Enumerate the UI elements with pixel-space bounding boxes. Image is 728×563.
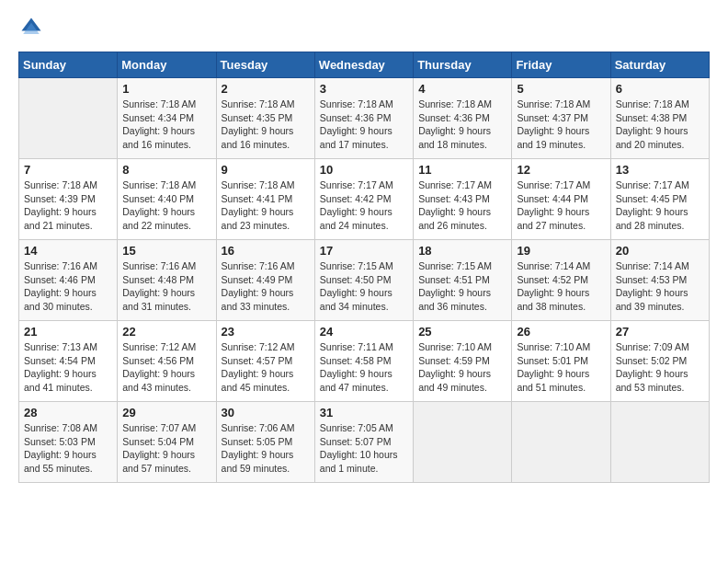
day-cell: 21Sunrise: 7:13 AM Sunset: 4:54 PM Dayli… — [19, 321, 118, 402]
day-number: 6 — [616, 82, 704, 96]
day-cell: 29Sunrise: 7:07 AM Sunset: 5:04 PM Dayli… — [118, 402, 216, 483]
day-cell: 1Sunrise: 7:18 AM Sunset: 4:34 PM Daylig… — [118, 78, 216, 159]
day-info: Sunrise: 7:06 AM Sunset: 5:05 PM Dayligh… — [222, 421, 310, 476]
day-info: Sunrise: 7:07 AM Sunset: 5:04 PM Dayligh… — [122, 421, 210, 476]
day-number: 5 — [517, 82, 605, 96]
day-cell: 14Sunrise: 7:16 AM Sunset: 4:46 PM Dayli… — [19, 240, 118, 321]
day-info: Sunrise: 7:13 AM Sunset: 4:54 PM Dayligh… — [24, 340, 112, 395]
day-number: 16 — [222, 244, 310, 258]
week-row: 21Sunrise: 7:13 AM Sunset: 4:54 PM Dayli… — [19, 321, 710, 402]
day-number: 17 — [320, 244, 408, 258]
day-cell: 9Sunrise: 7:18 AM Sunset: 4:41 PM Daylig… — [216, 159, 314, 240]
week-row: 7Sunrise: 7:18 AM Sunset: 4:39 PM Daylig… — [19, 159, 710, 240]
day-cell: 24Sunrise: 7:11 AM Sunset: 4:58 PM Dayli… — [314, 321, 413, 402]
logo — [18, 15, 48, 40]
day-number: 7 — [24, 163, 112, 177]
day-number: 1 — [122, 82, 210, 96]
day-cell: 3Sunrise: 7:18 AM Sunset: 4:36 PM Daylig… — [314, 78, 413, 159]
header-day: Thursday — [414, 52, 512, 78]
day-cell: 20Sunrise: 7:14 AM Sunset: 4:53 PM Dayli… — [610, 240, 709, 321]
day-cell: 18Sunrise: 7:15 AM Sunset: 4:51 PM Dayli… — [414, 240, 512, 321]
day-cell — [414, 402, 512, 483]
logo-icon — [18, 15, 44, 40]
day-cell — [512, 402, 610, 483]
day-info: Sunrise: 7:18 AM Sunset: 4:36 PM Dayligh… — [320, 98, 408, 152]
day-cell: 5Sunrise: 7:18 AM Sunset: 4:37 PM Daylig… — [512, 78, 610, 159]
page: SundayMondayTuesdayWednesdayThursdayFrid… — [0, 0, 728, 563]
day-cell: 22Sunrise: 7:12 AM Sunset: 4:56 PM Dayli… — [118, 321, 216, 402]
day-info: Sunrise: 7:18 AM Sunset: 4:34 PM Dayligh… — [122, 98, 210, 152]
day-cell: 26Sunrise: 7:10 AM Sunset: 5:01 PM Dayli… — [512, 321, 610, 402]
day-number: 22 — [122, 325, 210, 339]
day-number: 20 — [616, 244, 704, 258]
day-cell: 8Sunrise: 7:18 AM Sunset: 4:40 PM Daylig… — [118, 159, 216, 240]
week-row: 28Sunrise: 7:08 AM Sunset: 5:03 PM Dayli… — [19, 402, 710, 483]
day-number: 12 — [517, 163, 605, 177]
day-number: 29 — [122, 406, 210, 419]
day-cell: 15Sunrise: 7:16 AM Sunset: 4:48 PM Dayli… — [118, 240, 216, 321]
header — [18, 15, 710, 40]
day-info: Sunrise: 7:16 AM Sunset: 4:48 PM Dayligh… — [122, 259, 210, 314]
day-number: 24 — [320, 325, 408, 339]
day-info: Sunrise: 7:18 AM Sunset: 4:41 PM Dayligh… — [222, 178, 310, 233]
day-number: 3 — [320, 82, 408, 96]
day-cell: 28Sunrise: 7:08 AM Sunset: 5:03 PM Dayli… — [19, 402, 118, 483]
header-day: Wednesday — [314, 52, 413, 78]
day-info: Sunrise: 7:17 AM Sunset: 4:45 PM Dayligh… — [616, 178, 704, 233]
week-row: 14Sunrise: 7:16 AM Sunset: 4:46 PM Dayli… — [19, 240, 710, 321]
day-number: 21 — [24, 325, 112, 339]
day-info: Sunrise: 7:05 AM Sunset: 5:07 PM Dayligh… — [320, 421, 408, 476]
day-number: 26 — [517, 325, 605, 339]
header-day: Tuesday — [216, 52, 314, 78]
day-cell: 13Sunrise: 7:17 AM Sunset: 4:45 PM Dayli… — [610, 159, 709, 240]
day-info: Sunrise: 7:12 AM Sunset: 4:56 PM Dayligh… — [122, 340, 210, 395]
day-info: Sunrise: 7:16 AM Sunset: 4:46 PM Dayligh… — [24, 259, 112, 314]
day-info: Sunrise: 7:17 AM Sunset: 4:43 PM Dayligh… — [418, 178, 506, 233]
day-number: 14 — [24, 244, 112, 258]
day-number: 9 — [222, 163, 310, 177]
day-cell: 6Sunrise: 7:18 AM Sunset: 4:38 PM Daylig… — [610, 78, 709, 159]
day-info: Sunrise: 7:17 AM Sunset: 4:44 PM Dayligh… — [517, 178, 605, 233]
day-number: 10 — [320, 163, 408, 177]
calendar-table: SundayMondayTuesdayWednesdayThursdayFrid… — [18, 52, 710, 483]
day-cell: 12Sunrise: 7:17 AM Sunset: 4:44 PM Dayli… — [512, 159, 610, 240]
day-cell: 7Sunrise: 7:18 AM Sunset: 4:39 PM Daylig… — [19, 159, 118, 240]
day-info: Sunrise: 7:18 AM Sunset: 4:39 PM Dayligh… — [24, 178, 112, 233]
day-info: Sunrise: 7:18 AM Sunset: 4:36 PM Dayligh… — [418, 98, 506, 152]
day-cell: 30Sunrise: 7:06 AM Sunset: 5:05 PM Dayli… — [216, 402, 314, 483]
day-number: 30 — [222, 406, 310, 419]
day-number: 19 — [517, 244, 605, 258]
day-info: Sunrise: 7:18 AM Sunset: 4:40 PM Dayligh… — [122, 178, 210, 233]
header-day: Sunday — [19, 52, 118, 78]
day-number: 27 — [616, 325, 704, 339]
day-info: Sunrise: 7:12 AM Sunset: 4:57 PM Dayligh… — [222, 340, 310, 395]
header-day: Saturday — [610, 52, 709, 78]
day-number: 23 — [222, 325, 310, 339]
header-row: SundayMondayTuesdayWednesdayThursdayFrid… — [19, 52, 710, 78]
day-number: 13 — [616, 163, 704, 177]
day-cell: 31Sunrise: 7:05 AM Sunset: 5:07 PM Dayli… — [314, 402, 413, 483]
day-info: Sunrise: 7:11 AM Sunset: 4:58 PM Dayligh… — [320, 340, 408, 395]
day-cell: 23Sunrise: 7:12 AM Sunset: 4:57 PM Dayli… — [216, 321, 314, 402]
day-info: Sunrise: 7:08 AM Sunset: 5:03 PM Dayligh… — [24, 421, 112, 476]
day-info: Sunrise: 7:18 AM Sunset: 4:38 PM Dayligh… — [616, 98, 704, 152]
day-cell: 16Sunrise: 7:16 AM Sunset: 4:49 PM Dayli… — [216, 240, 314, 321]
day-info: Sunrise: 7:10 AM Sunset: 5:01 PM Dayligh… — [517, 340, 605, 395]
day-number: 31 — [320, 406, 408, 419]
day-info: Sunrise: 7:10 AM Sunset: 4:59 PM Dayligh… — [418, 340, 506, 395]
day-number: 4 — [418, 82, 506, 96]
day-cell: 10Sunrise: 7:17 AM Sunset: 4:42 PM Dayli… — [314, 159, 413, 240]
day-cell — [610, 402, 709, 483]
day-number: 25 — [418, 325, 506, 339]
day-info: Sunrise: 7:17 AM Sunset: 4:42 PM Dayligh… — [320, 178, 408, 233]
day-info: Sunrise: 7:15 AM Sunset: 4:50 PM Dayligh… — [320, 259, 408, 314]
day-info: Sunrise: 7:09 AM Sunset: 5:02 PM Dayligh… — [616, 340, 704, 395]
day-cell: 19Sunrise: 7:14 AM Sunset: 4:52 PM Dayli… — [512, 240, 610, 321]
day-number: 2 — [222, 82, 310, 96]
day-info: Sunrise: 7:14 AM Sunset: 4:53 PM Dayligh… — [616, 259, 704, 314]
day-number: 18 — [418, 244, 506, 258]
day-info: Sunrise: 7:16 AM Sunset: 4:49 PM Dayligh… — [222, 259, 310, 314]
day-cell: 17Sunrise: 7:15 AM Sunset: 4:50 PM Dayli… — [314, 240, 413, 321]
day-cell: 25Sunrise: 7:10 AM Sunset: 4:59 PM Dayli… — [414, 321, 512, 402]
day-number: 15 — [122, 244, 210, 258]
